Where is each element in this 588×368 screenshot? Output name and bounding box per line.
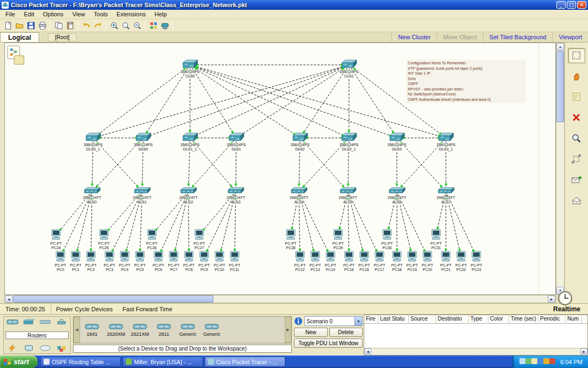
wireless-devices-category-icon[interactable] (54, 318, 69, 326)
cable-link[interactable] (143, 65, 349, 138)
vertical-scroll-thumb[interactable] (556, 51, 564, 122)
root-button[interactable]: [Root] (48, 33, 77, 41)
device-PC7[interactable]: PC-PTPC7 (168, 251, 180, 272)
place-note-icon[interactable] (568, 89, 585, 105)
menu-options[interactable]: Options (39, 10, 68, 18)
device-PC12[interactable]: PC-PTPC12 (295, 251, 307, 272)
dropdown-arrow-icon[interactable]: ▼ (354, 317, 362, 325)
minimize-button[interactable]: _ (556, 1, 566, 9)
paste-icon[interactable] (64, 20, 76, 31)
routers-category-icon[interactable] (5, 318, 20, 326)
zoom-reset-icon[interactable] (120, 20, 131, 31)
device-PC20[interactable]: PC-PTPC20 (422, 251, 434, 272)
device-model-2621xm-2[interactable]: 2621XM (128, 317, 152, 343)
hubs-category-icon[interactable] (38, 318, 52, 326)
add-complex-pdu-icon[interactable] (568, 193, 585, 208)
device-PC13[interactable]: PC-PTPC13 (310, 251, 322, 272)
delete-icon[interactable] (568, 110, 585, 125)
device-PC4[interactable]: PC-PTPC4 (119, 251, 131, 272)
custom-made-devices-category-icon[interactable] (54, 344, 69, 352)
models-scroll-right[interactable]: ▶ (285, 317, 291, 343)
device-PC24[interactable]: PC-PTPC24 (51, 230, 63, 250)
tray-volume-icon[interactable] (531, 358, 537, 364)
device-PC27[interactable]: PC-PTPC27 (194, 230, 206, 250)
open-icon[interactable] (14, 20, 25, 31)
horizontal-scrollbar[interactable]: ◀ ▶ (4, 295, 556, 303)
device-PC6[interactable]: PC-PTPC6 (153, 251, 165, 272)
device-PC18[interactable]: PC-PTPC18 (391, 251, 403, 272)
select-icon[interactable] (568, 48, 585, 63)
resize-shape-icon[interactable] (568, 152, 585, 167)
device-PC22[interactable]: PC-PTPC22 (456, 251, 468, 272)
device-PC21[interactable]: PC-PTPC21 (440, 251, 452, 272)
tray-network-icon[interactable] (519, 358, 525, 364)
device-PC0[interactable]: PC-PTPC0 (55, 251, 67, 272)
pdu-list-scrollbar[interactable]: ◀ ▶ (364, 348, 587, 355)
tray-antivirus-icon[interactable] (549, 358, 555, 364)
device-PC30[interactable]: PC-PTPC30 (382, 230, 394, 250)
realtime-clock-icon[interactable] (557, 290, 573, 306)
close-button[interactable]: ✕ (577, 1, 586, 9)
menu-extensions[interactable]: Extensions (112, 10, 150, 18)
pdu-scroll-right[interactable]: ▶ (580, 348, 587, 354)
cluster-back-icon[interactable] (7, 45, 28, 67)
zoom-out-icon[interactable] (131, 20, 143, 31)
device-PC11[interactable]: PC-PTPC11 (229, 251, 241, 272)
scroll-left-arrow[interactable]: ◀ (5, 295, 13, 303)
scenario-delete-button[interactable]: Delete (329, 328, 363, 337)
taskbar-task-2[interactable]: Cisco Packet Tracer - ... (205, 357, 285, 367)
device-PC25[interactable]: PC-PTPC25 (99, 230, 111, 250)
inspect-icon[interactable] (568, 131, 585, 146)
palette-icon[interactable] (148, 20, 159, 31)
save-icon[interactable] (25, 20, 36, 31)
device-PC8[interactable]: PC-PTPC8 (183, 251, 195, 272)
workspace-canvas[interactable]: 3560-24PSCLS03560-24PSCLS13560-24PSDLS0_… (4, 43, 556, 295)
device-PC31[interactable]: PC-PTPC31 (431, 230, 443, 250)
move-layout-icon[interactable] (568, 69, 585, 84)
device-PC23[interactable]: PC-PTPC23 (471, 251, 483, 272)
cable-link[interactable] (143, 65, 190, 138)
horizontal-scroll-thumb[interactable] (13, 295, 213, 303)
device-PC10[interactable]: PC-PTPC10 (214, 251, 226, 272)
device-PC19[interactable]: PC-PTPC19 (407, 251, 419, 272)
tab-logical[interactable]: Logical (0, 32, 39, 42)
device-ALS1[interactable]: 2960-24TTALS1 (133, 188, 152, 204)
device-ALS3[interactable]: 2960-24TTALS3 (226, 188, 246, 204)
device-ALS5[interactable]: 2960-24TTALS5 (339, 188, 358, 204)
vertical-scrollbar[interactable]: ▲ ▼ (556, 43, 565, 295)
new-cluster-button[interactable]: New Cluster (391, 32, 437, 42)
cable-link[interactable] (348, 191, 379, 257)
device-PC26[interactable]: PC-PTPC26 (146, 230, 158, 250)
cable-link[interactable] (236, 65, 349, 138)
undo-icon[interactable] (81, 20, 92, 31)
device-ALS2[interactable]: 2960-24TTALS2 (179, 188, 198, 204)
workspace-note[interactable]: Configuration Items To Remember:VTP (pas… (406, 59, 526, 103)
set-tiled-background-button[interactable]: Set Tiled Background (483, 32, 553, 42)
device-model-2620xm-1[interactable]: 2620XM (104, 317, 128, 343)
device-model-1841-0[interactable]: 1841 (80, 317, 104, 343)
cable-link[interactable] (300, 65, 349, 138)
device-PC2[interactable]: PC-PTPC2 (85, 251, 97, 272)
menu-tools[interactable]: Tools (89, 10, 112, 18)
cable-link[interactable] (93, 65, 190, 138)
toggle-pdu-list-button[interactable]: Toggle PDU List Window (294, 339, 363, 348)
wan-emulation-category-icon[interactable] (38, 344, 52, 352)
device-PC14[interactable]: PC-PTPC14 (325, 251, 337, 272)
device-PC1[interactable]: PC-PTPC1 (70, 251, 82, 272)
print-icon[interactable] (36, 20, 48, 31)
add-simple-pdu-icon[interactable] (568, 172, 585, 188)
fast-forward-time-button[interactable]: Fast Forward Time (118, 304, 177, 314)
info-icon[interactable] (294, 317, 303, 325)
device-model-2811-3[interactable]: 2811 (152, 317, 176, 343)
menu-help[interactable]: Help (150, 10, 171, 18)
menu-file[interactable]: File (1, 10, 20, 18)
pdu-scroll-left[interactable]: ◀ (364, 348, 371, 354)
device-PC29[interactable]: PC-PTPC29 (333, 230, 345, 250)
custom-device-icon[interactable] (159, 20, 170, 31)
models-scroll-left[interactable]: ◀ (74, 317, 80, 343)
end-devices-category-icon[interactable] (22, 344, 36, 352)
device-model-generic-4[interactable]: Generic (176, 317, 200, 343)
maximize-button[interactable]: □ (567, 1, 576, 9)
device-ALS7[interactable]: 2960-24TTALS7 (437, 188, 456, 204)
new-file-icon[interactable] (2, 20, 14, 31)
